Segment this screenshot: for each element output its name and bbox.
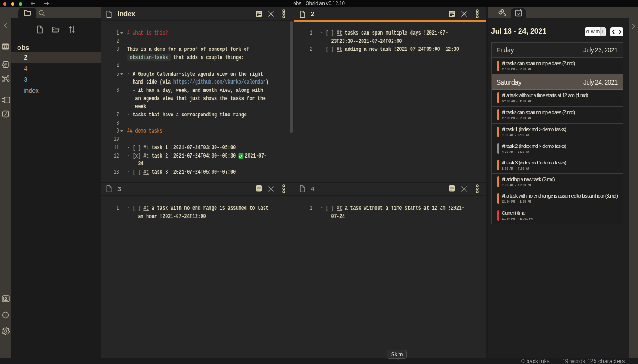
- svg-text:?: ?: [4, 313, 6, 317]
